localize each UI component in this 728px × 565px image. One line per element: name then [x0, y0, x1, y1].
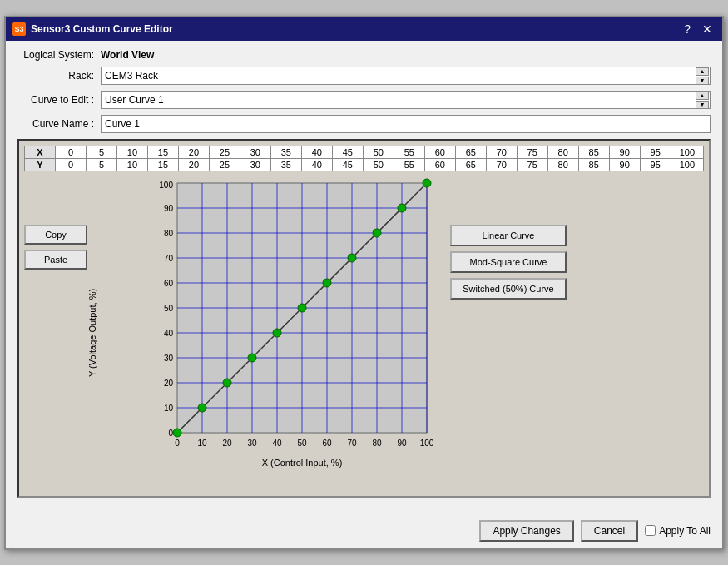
- svg-text:60: 60: [164, 279, 174, 288]
- svg-text:20: 20: [222, 439, 232, 448]
- close-button[interactable]: ✕: [699, 23, 716, 35]
- cancel-button[interactable]: Cancel: [581, 520, 638, 542]
- svg-point-25: [273, 329, 281, 337]
- linear-curve-button[interactable]: Linear Curve: [450, 225, 567, 246]
- table-y-cell[interactable]: 70: [486, 158, 517, 171]
- table-x-cell[interactable]: 50: [363, 146, 394, 158]
- table-y-cell[interactable]: 20: [178, 158, 209, 171]
- title-bar: S3 Sensor3 Custom Curve Editor ? ✕: [6, 17, 722, 41]
- apply-to-all-checkbox[interactable]: [645, 525, 656, 536]
- svg-point-23: [223, 379, 231, 387]
- table-x-cell[interactable]: 35: [270, 146, 301, 158]
- table-x-cell[interactable]: 85: [578, 146, 609, 158]
- svg-text:10: 10: [197, 439, 207, 448]
- rack-row: Rack: CEM3 Rack ▲ ▼: [17, 67, 711, 85]
- table-x-cell[interactable]: 95: [640, 146, 671, 158]
- table-y-cell[interactable]: 85: [578, 158, 609, 171]
- curve-edit-up-arrow[interactable]: ▲: [696, 92, 709, 100]
- logical-system-row: Logical System: World View: [17, 49, 711, 61]
- table-y-cell[interactable]: 45: [332, 158, 363, 171]
- svg-text:60: 60: [322, 439, 332, 448]
- table-y-cell[interactable]: 40: [301, 158, 332, 171]
- curve-edit-arrows: ▲ ▼: [696, 92, 709, 109]
- svg-point-22: [198, 404, 206, 412]
- curve-to-edit-select[interactable]: User Curve 1: [101, 91, 711, 109]
- svg-text:80: 80: [164, 229, 174, 238]
- table-x-cell[interactable]: 20: [178, 146, 209, 158]
- paste-button[interactable]: Paste: [24, 250, 87, 270]
- svg-point-31: [423, 179, 431, 187]
- svg-text:40: 40: [272, 439, 282, 448]
- table-x-cell[interactable]: 0: [55, 146, 86, 158]
- svg-text:90: 90: [397, 439, 407, 448]
- table-x-cell[interactable]: 45: [332, 146, 363, 158]
- rack-select[interactable]: CEM3 Rack: [101, 67, 711, 85]
- table-y-cell[interactable]: 60: [424, 158, 455, 171]
- table-y-cell[interactable]: 50: [363, 158, 394, 171]
- table-x-cell[interactable]: 75: [517, 146, 547, 158]
- svg-point-21: [173, 429, 181, 437]
- table-y-cell[interactable]: 100: [671, 158, 703, 171]
- svg-text:90: 90: [164, 204, 174, 213]
- table-x-cell[interactable]: 40: [301, 146, 332, 158]
- rack-down-arrow[interactable]: ▼: [696, 77, 709, 85]
- curve-to-edit-label: Curve to Edit :: [17, 94, 101, 106]
- mod-square-curve-button[interactable]: Mod-Square Curve: [450, 251, 567, 273]
- svg-point-29: [373, 229, 381, 237]
- table-x-label: X: [25, 146, 56, 158]
- table-x-cell[interactable]: 90: [609, 146, 640, 158]
- table-x-cell[interactable]: 25: [209, 146, 240, 158]
- table-x-cell[interactable]: 5: [86, 146, 116, 158]
- apply-to-all-label: Apply To All: [659, 525, 711, 537]
- table-y-cell[interactable]: 35: [270, 158, 301, 171]
- main-window: S3 Sensor3 Custom Curve Editor ? ✕ Logic…: [4, 16, 724, 550]
- table-x-cell[interactable]: 15: [147, 146, 178, 158]
- table-x-cell[interactable]: 60: [424, 146, 455, 158]
- table-y-label: Y: [25, 158, 56, 171]
- table-y-cell[interactable]: 0: [55, 158, 86, 171]
- curve-to-edit-select-wrapper: User Curve 1 ▲ ▼: [101, 91, 711, 109]
- table-y-cell[interactable]: 95: [640, 158, 671, 171]
- chart-area: Copy Paste Y (Voltage Output, %): [24, 175, 704, 491]
- curve-name-label: Curve Name :: [17, 118, 101, 130]
- rack-up-arrow[interactable]: ▲: [696, 67, 709, 76]
- svg-point-24: [248, 354, 256, 362]
- table-y-cell[interactable]: 5: [86, 158, 116, 171]
- table-x-cell[interactable]: 10: [116, 146, 147, 158]
- title-bar-right: ? ✕: [681, 23, 716, 35]
- copy-button[interactable]: Copy: [24, 225, 87, 245]
- table-y-cell[interactable]: 90: [609, 158, 640, 171]
- svg-text:X (Control Input, %): X (Control Input, %): [262, 458, 343, 468]
- window-title: Sensor3 Custom Curve Editor: [31, 23, 173, 35]
- table-y-cell[interactable]: 75: [517, 158, 547, 171]
- curve-name-input[interactable]: [101, 115, 711, 133]
- svg-point-30: [398, 204, 406, 212]
- apply-changes-button[interactable]: Apply Changes: [479, 520, 573, 542]
- curve-edit-down-arrow[interactable]: ▼: [696, 101, 709, 109]
- table-y-cell[interactable]: 65: [455, 158, 486, 171]
- table-y-cell[interactable]: 30: [240, 158, 270, 171]
- table-x-cell[interactable]: 100: [671, 146, 703, 158]
- app-icon: S3: [12, 22, 26, 36]
- table-y-cell[interactable]: 80: [547, 158, 578, 171]
- table-x-cell[interactable]: 70: [486, 146, 517, 158]
- svg-text:0: 0: [168, 429, 173, 438]
- footer: Apply Changes Cancel Apply To All: [6, 513, 722, 548]
- table-x-cell[interactable]: 55: [394, 146, 424, 158]
- table-y-cell[interactable]: 55: [394, 158, 424, 171]
- table-x-cell[interactable]: 65: [455, 146, 486, 158]
- table-x-cell[interactable]: 30: [240, 146, 270, 158]
- svg-text:40: 40: [164, 329, 174, 338]
- apply-to-all-area: Apply To All: [645, 525, 711, 537]
- svg-point-27: [323, 279, 331, 287]
- title-bar-left: S3 Sensor3 Custom Curve Editor: [12, 22, 173, 36]
- switched-curve-button[interactable]: Switched (50%) Curve: [450, 278, 567, 300]
- table-x-cell[interactable]: 80: [547, 146, 578, 158]
- table-y-cell[interactable]: 15: [147, 158, 178, 171]
- svg-text:30: 30: [164, 354, 174, 363]
- help-button[interactable]: ?: [681, 23, 694, 35]
- svg-text:100: 100: [159, 181, 173, 190]
- table-y-cell[interactable]: 10: [116, 158, 147, 171]
- right-buttons: Linear Curve Mod-Square Curve Switched (…: [450, 175, 567, 300]
- table-y-cell[interactable]: 25: [209, 158, 240, 171]
